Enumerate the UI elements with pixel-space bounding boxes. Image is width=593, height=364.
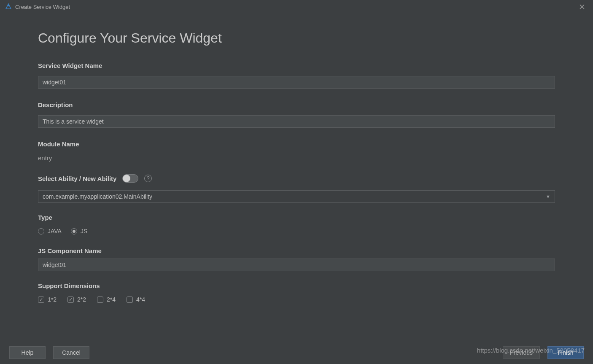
page-title: Configure Your Service Widget (38, 30, 555, 46)
checkbox-2x2-label: 2*2 (77, 296, 86, 303)
checkbox-1x2-label: 1*2 (48, 296, 57, 303)
checkbox-2x4[interactable]: 2*4 (97, 296, 116, 303)
field-dimensions: Support Dimensions 1*2 2*2 2*4 4*4 (38, 282, 555, 303)
ability-toggle-row: Select Ability / New Ability ? (38, 174, 555, 183)
chevron-down-icon: ▼ (546, 194, 550, 199)
checkbox-1x2[interactable]: 1*2 (38, 296, 57, 303)
dimensions-label: Support Dimensions (38, 282, 555, 289)
ability-toggle[interactable] (122, 174, 138, 183)
dimensions-checkbox-group: 1*2 2*2 2*4 4*4 (38, 296, 555, 303)
radio-js-label: JS (81, 228, 87, 235)
ability-dropdown[interactable]: com.example.myapplication02.MainAbility … (38, 190, 555, 203)
field-js-component: JS Component Name (38, 247, 555, 271)
widget-name-input[interactable] (38, 76, 555, 89)
ability-dropdown-value: com.example.myapplication02.MainAbility (43, 193, 152, 200)
toggle-knob-icon (123, 175, 130, 182)
module-name-label: Module Name (38, 140, 555, 148)
checkbox-2x2[interactable]: 2*2 (67, 296, 86, 303)
description-label: Description (38, 101, 555, 108)
previous-button[interactable]: Previous (503, 346, 540, 359)
ability-label: Select Ability / New Ability (38, 175, 116, 182)
widget-name-label: Service Widget Name (38, 62, 555, 69)
field-ability: Select Ability / New Ability ? com.examp… (38, 174, 555, 203)
main-content: Configure Your Service Widget Service Wi… (0, 13, 593, 303)
radio-circle-icon (38, 228, 44, 235)
radio-java-label: JAVA (48, 228, 62, 235)
cancel-button[interactable]: Cancel (53, 346, 89, 359)
radio-java[interactable]: JAVA (38, 228, 62, 235)
field-description: Description (38, 101, 555, 128)
radio-circle-icon (71, 228, 77, 235)
js-component-input[interactable] (38, 259, 555, 271)
window-title: Create Service Widget (15, 4, 70, 10)
checkbox-box-icon (67, 297, 74, 303)
field-module-name: Module Name entry (38, 140, 555, 162)
type-radio-group: JAVA JS (38, 228, 555, 235)
finish-button[interactable]: Finish (547, 346, 584, 359)
app-logo-icon (5, 3, 12, 10)
field-widget-name: Service Widget Name (38, 62, 555, 89)
checkbox-4x4-label: 4*4 (136, 296, 145, 303)
titlebar: Create Service Widget (0, 0, 593, 13)
radio-js[interactable]: JS (71, 228, 87, 235)
description-input[interactable] (38, 115, 555, 128)
module-name-value: entry (38, 154, 555, 162)
checkbox-box-icon (127, 297, 133, 303)
js-component-label: JS Component Name (38, 247, 555, 254)
field-type: Type JAVA JS (38, 214, 555, 235)
footer: Help Cancel Previous Finish (0, 346, 593, 359)
checkbox-box-icon (38, 297, 44, 303)
type-label: Type (38, 214, 555, 221)
help-icon[interactable]: ? (144, 175, 152, 182)
help-button[interactable]: Help (9, 346, 46, 359)
checkbox-4x4[interactable]: 4*4 (127, 296, 145, 303)
checkbox-2x4-label: 2*4 (107, 296, 116, 303)
checkbox-box-icon (97, 297, 103, 303)
close-icon[interactable] (576, 1, 588, 13)
